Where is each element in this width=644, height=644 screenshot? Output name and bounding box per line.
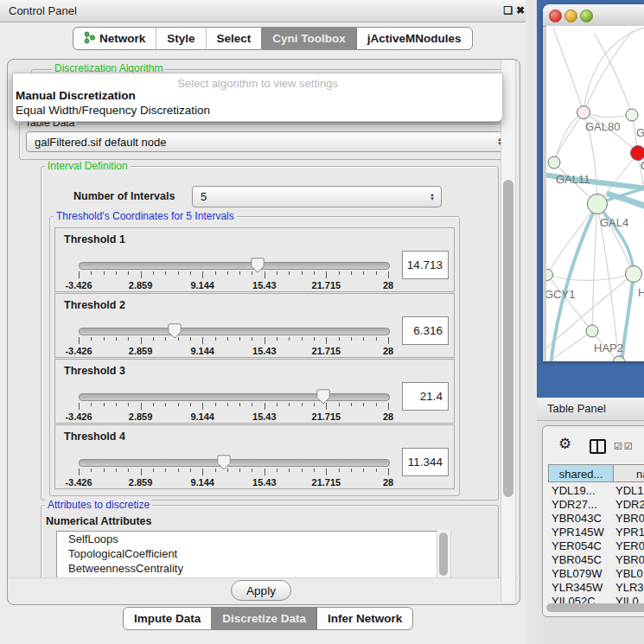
- node-label: GCY1: [546, 288, 575, 301]
- table-row-shared-name[interactable]: YER054C: [552, 539, 602, 553]
- slider-thumb[interactable]: [316, 389, 330, 405]
- tick-mark: [215, 271, 216, 275]
- table-row-name[interactable]: YPR1: [615, 526, 644, 539]
- popup-item-equal-width[interactable]: Equal Width/Frequency Discretization: [16, 104, 210, 117]
- table-row-shared-name[interactable]: YBR045C: [552, 553, 602, 567]
- threshold-1-value-field[interactable]: 14.713: [402, 251, 449, 279]
- threshold-4-value-field[interactable]: 11.344: [402, 448, 449, 476]
- slider-thumb[interactable]: [251, 258, 265, 273]
- table-row-name[interactable]: YDL1: [615, 484, 644, 498]
- close-traffic-light-icon[interactable]: [549, 10, 562, 22]
- attribute-item[interactable]: BetweennessCentrality: [57, 561, 450, 576]
- apply-button[interactable]: Apply: [231, 580, 291, 601]
- table-horizontal-scrollbar[interactable]: [546, 603, 644, 612]
- tab-jactivemnodules[interactable]: jActiveMNodules: [356, 28, 472, 49]
- scrollbar-thumb[interactable]: [503, 180, 513, 497]
- slider-thumb[interactable]: [217, 455, 231, 470]
- network-node[interactable]: [577, 106, 590, 119]
- table-data-combobox[interactable]: galFiltered.sif default node ▲▼: [26, 131, 509, 152]
- tick-mark: [289, 271, 290, 275]
- popup-item-manual[interactable]: Manual Discretization: [16, 89, 136, 102]
- threshold-4-panel: Threshold 4 -3.4262.8599.14415.4321.7152…: [54, 424, 455, 489]
- tab-network[interactable]: Network: [73, 28, 156, 49]
- table-row-shared-name[interactable]: YBR043C: [552, 512, 602, 526]
- table-row-name[interactable]: YBR0: [615, 512, 644, 526]
- slider-ticks: [79, 403, 388, 411]
- table-row-shared-name[interactable]: YDR27...: [552, 498, 597, 512]
- network-canvas[interactable]: GAL80GACGAL11GAL4GCY1HHAP2: [546, 26, 644, 361]
- tick-mark: [190, 271, 191, 275]
- network-node[interactable]: [626, 109, 638, 121]
- tick-mark: [363, 337, 364, 341]
- tab-infer-network[interactable]: Infer Network: [316, 608, 412, 629]
- table-row-shared-name[interactable]: YLR345W: [552, 581, 603, 595]
- network-window-titlebar[interactable]: [543, 4, 644, 27]
- column-header-shared-name[interactable]: shared...: [548, 464, 614, 482]
- tab-style[interactable]: Style: [156, 28, 205, 49]
- threshold-3-value-field[interactable]: 21.4: [402, 382, 449, 411]
- slider-track[interactable]: [79, 393, 390, 401]
- tick-mark: [116, 469, 117, 472]
- slider-thumb[interactable]: [168, 323, 182, 339]
- table-row-shared-name[interactable]: YIL052C: [552, 595, 596, 603]
- threshold-3-slider[interactable]: -3.4262.8599.14415.4321.71528: [79, 389, 388, 424]
- algorithm-popup: Select algorithm to view settings Manual…: [12, 73, 503, 122]
- tick-mark: [165, 469, 166, 472]
- table-row-name[interactable]: YIL0: [615, 595, 639, 603]
- tab-cyni-toolbox[interactable]: Cyni Toolbox: [261, 28, 356, 49]
- gear-icon[interactable]: ⚙: [558, 437, 571, 452]
- attribute-item[interactable]: TopologicalCoefficient: [57, 546, 450, 561]
- tick-mark: [239, 403, 240, 406]
- network-graph: GAL80GACGAL11GAL4GCY1HHAP2: [546, 26, 644, 361]
- network-node[interactable]: [631, 146, 644, 161]
- tab-select-label: Select: [217, 32, 252, 45]
- network-node[interactable]: [586, 325, 598, 337]
- threshold-2-value-field[interactable]: 6.316: [402, 316, 449, 345]
- number-of-intervals-combobox[interactable]: 5 ▲▼: [192, 186, 442, 207]
- table-row-name[interactable]: YDR2: [615, 498, 644, 512]
- table-data-combobox-value: galFiltered.sif default node: [35, 136, 166, 149]
- table-row-shared-name[interactable]: YBL079W: [552, 567, 603, 581]
- table-row-name[interactable]: YBL0: [615, 567, 643, 581]
- network-node[interactable]: [588, 194, 608, 214]
- network-desktop-background: GAL80GACGAL11GAL4GCY1HHAP2: [537, 0, 644, 398]
- number-of-intervals-value: 5: [201, 190, 207, 203]
- attributes-list-scrollbar[interactable]: [437, 531, 451, 577]
- tick-mark: [351, 271, 352, 275]
- scrollbar-thumb[interactable]: [439, 532, 448, 576]
- threshold-1-slider[interactable]: -3.4262.8599.14415.4321.71528: [79, 258, 388, 292]
- table-row-shared-name[interactable]: YPR145W: [552, 526, 604, 539]
- slider-track[interactable]: [79, 262, 390, 270]
- attribute-item[interactable]: SelfLoops: [57, 532, 450, 546]
- tick-mark: [239, 271, 240, 275]
- slider-track[interactable]: [79, 459, 390, 467]
- threshold-3-label: Threshold 3: [64, 365, 125, 377]
- scale-label: 28: [383, 477, 393, 488]
- minimize-traffic-light-icon[interactable]: [564, 10, 577, 22]
- threshold-4-slider[interactable]: -3.4262.8599.14415.4321.71528: [79, 455, 388, 489]
- table-row-name[interactable]: YBR0: [615, 553, 644, 567]
- table-row-name[interactable]: YLR3: [615, 581, 644, 595]
- close-window-icon[interactable]: ✖: [513, 3, 527, 17]
- column-header-name[interactable]: na: [613, 464, 644, 482]
- tab-select[interactable]: Select: [206, 28, 262, 49]
- table-row-shared-name[interactable]: YDL19...: [552, 484, 596, 498]
- network-node[interactable]: [546, 270, 553, 281]
- select-columns-icon[interactable]: ☑☑: [614, 441, 634, 452]
- tab-impute-data[interactable]: Impute Data: [124, 608, 211, 629]
- tick-mark: [165, 271, 166, 275]
- network-node[interactable]: [626, 266, 642, 283]
- tick-mark: [153, 337, 154, 341]
- table-row-name[interactable]: YER0: [615, 539, 644, 553]
- scrollbar-thumb[interactable]: [546, 603, 644, 612]
- panel-scrollbar[interactable]: [501, 61, 516, 602]
- attributes-group-title: Attributes to discretize: [45, 500, 152, 511]
- slider-track[interactable]: [79, 328, 390, 335]
- network-node[interactable]: [548, 156, 560, 169]
- zoom-traffic-light-icon[interactable]: [580, 10, 593, 22]
- threshold-2-slider[interactable]: -3.4262.8599.14415.4321.71528: [79, 323, 388, 358]
- column-layout-icon[interactable]: [590, 439, 606, 454]
- numerical-attributes-list[interactable]: SelfLoops TopologicalCoefficient Between…: [56, 531, 451, 579]
- tab-discretize-data[interactable]: Discretize Data: [211, 608, 316, 629]
- tick-mark: [363, 271, 364, 275]
